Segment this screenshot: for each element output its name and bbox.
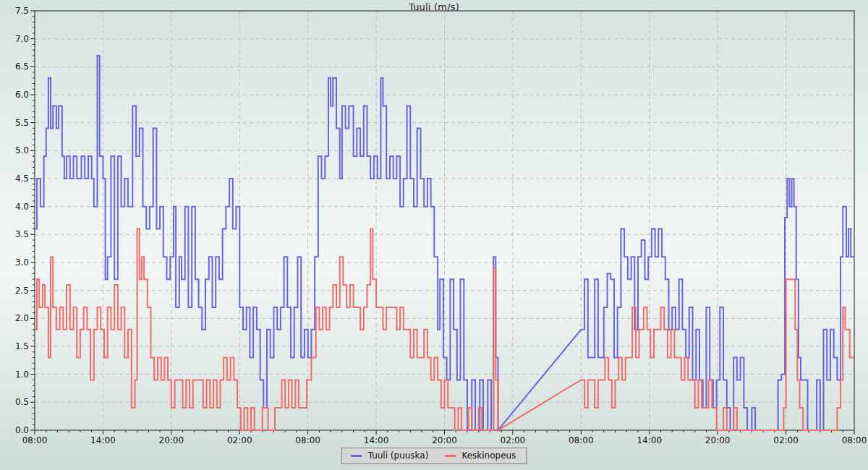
- y-tick-label: 0.0: [4, 425, 29, 435]
- y-tick-label: 5.0: [4, 145, 29, 155]
- x-tick-label: 08:00: [569, 435, 594, 445]
- x-tick-label: 08:00: [842, 435, 867, 445]
- legend-label-average: Keskinopeus: [461, 450, 516, 461]
- x-tick-label: 20:00: [705, 435, 731, 445]
- x-tick-label: 14:00: [637, 435, 662, 445]
- legend: Tuuli (puuska) Keskinopeus: [341, 448, 527, 464]
- y-tick-label: 1.5: [4, 341, 29, 351]
- gust-line-swatch-icon: [351, 455, 362, 457]
- x-tick-label: 02:00: [501, 435, 526, 445]
- x-tick-label: 02:00: [227, 435, 252, 445]
- x-tick-label: 08:00: [295, 435, 320, 445]
- y-tick-label: 2.5: [4, 286, 29, 296]
- average-line-swatch-icon: [444, 455, 456, 457]
- legend-item-average: Keskinopeus: [444, 450, 516, 461]
- y-tick-label: 6.0: [4, 90, 29, 100]
- x-tick-label: 14:00: [90, 435, 116, 445]
- plot-area: [0, 0, 868, 470]
- x-tick-label: 20:00: [432, 435, 457, 445]
- y-tick-label: 3.0: [4, 257, 29, 268]
- legend-label-gust: Tuuli (puuska): [368, 450, 429, 461]
- x-tick-label: 20:00: [159, 435, 184, 445]
- y-tick-label: 4.0: [4, 202, 29, 212]
- y-tick-label: 4.5: [4, 174, 29, 184]
- x-tick-label: 02:00: [773, 435, 799, 445]
- y-tick-label: 6.5: [4, 61, 29, 72]
- y-tick-label: 7.0: [4, 34, 29, 44]
- y-tick-label: 7.5: [4, 6, 29, 16]
- x-tick-label: 08:00: [22, 435, 48, 445]
- y-tick-label: 0.5: [4, 397, 29, 407]
- y-tick-label: 3.5: [4, 229, 29, 239]
- y-tick-label: 5.5: [4, 118, 29, 128]
- wind-chart: Tuuli (m/s) 0.00.51.01.52.02.53.03.54.04…: [0, 0, 868, 470]
- y-tick-label: 2.0: [4, 313, 29, 323]
- y-tick-label: 1.0: [4, 369, 29, 380]
- x-tick-label: 14:00: [364, 435, 389, 445]
- legend-item-gust: Tuuli (puuska): [351, 450, 429, 461]
